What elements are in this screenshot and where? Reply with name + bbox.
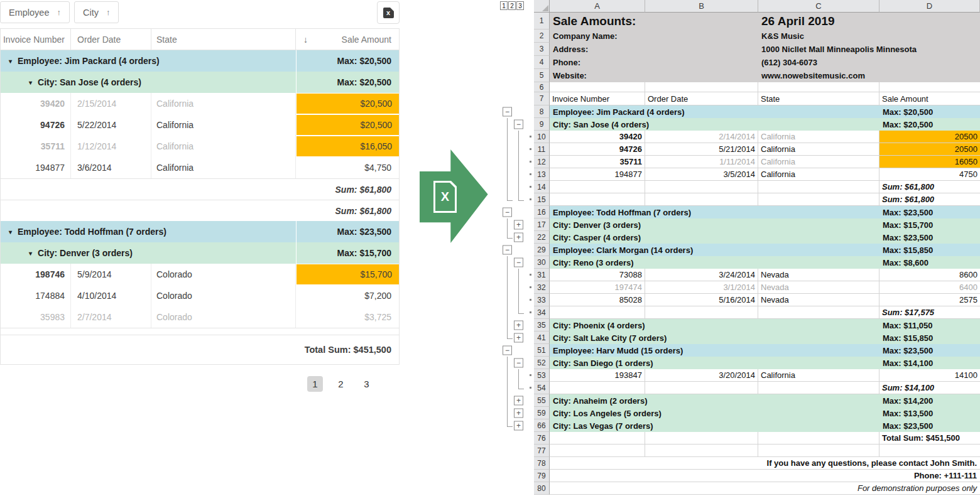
sheet-group-band[interactable]: City: Anaheim (2 orders)Max: $14,200 [550,394,980,407]
sheet-cell-D[interactable]: 14100 [879,369,980,382]
sheet-cell-B[interactable] [645,306,758,319]
outline-collapse-button[interactable]: − [503,107,512,117]
sheet-group-band[interactable]: Employee: Jim Packard (4 orders)Max: $20… [550,105,980,118]
outline-expand-button[interactable]: + [514,409,523,418]
row-header-32[interactable]: 32 [534,281,550,294]
row-header-31[interactable]: 31 [534,269,550,281]
caret-down-icon[interactable]: ▾ [9,229,12,235]
row-header-16[interactable]: 16 [534,206,550,218]
row-header-59[interactable]: 59 [534,407,550,419]
sheet-cell-C[interactable]: Nevada [758,294,879,306]
row-header-17[interactable]: 17 [534,218,550,231]
table-row[interactable]: 357111/12/2014California$16,050 [1,136,399,157]
sheet-cell-C[interactable]: Nevada [758,269,879,281]
row-header-22[interactable]: 22 [534,231,550,244]
sheet-cell-D[interactable]: 4750 [879,168,980,181]
sheet-cell-B[interactable]: 3/1/2014 [645,281,758,294]
sheet-cell-D[interactable]: 16050 [879,156,980,168]
sheet-cell-B[interactable] [645,82,758,92]
sheet-cell-C[interactable] [758,445,879,457]
sheet-group-band[interactable]: Employee: Harv Mudd (15 orders)Max: $23,… [550,344,980,357]
sheet-cell-C[interactable]: California [758,369,879,382]
sheet-cell-A[interactable]: 193847 [550,369,645,382]
sheet-cell-B[interactable]: 3/20/2014 [645,369,758,382]
sheet-cell-A[interactable]: 39420 [550,131,645,143]
row-header-12[interactable]: 12 [534,156,550,168]
row-header-6[interactable]: 6 [534,82,550,92]
caret-down-icon[interactable]: ▾ [29,250,32,257]
sheet-cell-D[interactable] [879,445,980,457]
row-header-11[interactable]: 11 [534,143,550,156]
column-header-2[interactable]: Order Date [71,29,151,50]
row-header-30[interactable]: 30 [534,256,550,269]
row-header-52[interactable]: 52 [534,357,550,369]
table-row[interactable]: 1948773/6/2014California$4,750 [1,157,399,178]
sheet-cell-C[interactable] [758,181,879,193]
column-header-4[interactable]: ↓Sale Amount [296,29,399,50]
row-header-53[interactable]: 53 [534,369,550,382]
outline-expand-button[interactable]: + [514,333,523,343]
sheet-cell-A[interactable]: 94726 [550,143,645,156]
sheet-cell-A[interactable] [550,432,645,445]
sheet-cell-A[interactable]: 85028 [550,294,645,306]
row-header-41[interactable]: 41 [534,332,550,344]
caret-down-icon[interactable]: ▾ [29,79,32,86]
sheet-cell-C[interactable] [758,193,879,206]
row-header-79[interactable]: 79 [534,470,550,482]
sheet-cell-B[interactable] [645,445,758,457]
outline-collapse-button[interactable]: − [514,258,523,267]
row-header-35[interactable]: 35 [534,319,550,332]
outline-expand-button[interactable]: + [514,421,523,431]
sheet-cell-B[interactable] [645,181,758,193]
group-chip-employee[interactable]: Employee↑ [0,1,70,23]
sheet-cell-B[interactable]: 2/14/2014 [645,131,758,143]
export-to-excel-button[interactable]: x [377,1,400,24]
row-header-7[interactable]: 7 [534,92,550,105]
row-header-9[interactable]: 9 [534,118,550,131]
sheet-cell-C[interactable]: Nevada [758,281,879,294]
sheet-group-band[interactable]: City: Phoenix (4 orders)Max: $11,050 [550,319,980,332]
table-row[interactable]: 1987465/9/2014Colorado$15,700 [1,264,399,285]
row-header-66[interactable]: 66 [534,419,550,432]
outline-collapse-button[interactable]: − [503,245,512,255]
group-row[interactable]: ▾Employee: Jim Packard (4 orders)Max: $2… [1,50,399,72]
sheet-group-band[interactable]: Employee: Clark Morgan (14 orders)Max: $… [550,244,980,256]
sheet-cell-A[interactable]: 35711 [550,156,645,168]
outline-expand-button[interactable]: + [514,233,523,242]
row-header-14[interactable]: 14 [534,181,550,193]
sheet-cell-B[interactable]: 1/11/2014 [645,156,758,168]
sheet-cell-B[interactable] [645,193,758,206]
sheet-cell-D[interactable]: Total Sum: $451,500 [879,432,980,445]
row-header-34[interactable]: 34 [534,306,550,319]
column-letter-D[interactable]: D [879,0,980,13]
info-band[interactable]: Phone:(612) 304-6073 [550,56,980,69]
column-letter-A[interactable]: A [550,0,645,13]
sheet-cell-A[interactable]: 73088 [550,269,645,281]
outline-level-button-1[interactable]: 1 [500,1,508,10]
row-header-76[interactable]: 76 [534,432,550,445]
pager-page-3[interactable]: 3 [359,376,374,392]
caret-down-icon[interactable]: ▾ [9,58,12,65]
sheet-cell-D[interactable]: Sum: $17,575 [879,306,980,319]
info-band[interactable]: Website:www.nowebsitemusic.com [550,69,980,82]
sheet-header-cell-C[interactable]: State [758,92,879,105]
outline-collapse-button[interactable]: − [503,208,512,217]
table-row[interactable]: 947265/22/2014California$20,500 [1,114,399,136]
sheet-cell-D[interactable]: Sum: $61,800 [879,181,980,193]
sheet-cell-B[interactable]: 5/21/2014 [645,143,758,156]
info-band[interactable]: Sale Amounts:26 April 2019 [550,13,980,30]
sheet-cell-D[interactable]: 20500 [879,131,980,143]
column-letter-B[interactable]: B [645,0,758,13]
sheet-cell-A[interactable] [550,181,645,193]
row-header-15[interactable]: 15 [534,193,550,206]
row-header-8[interactable]: 8 [534,105,550,118]
sheet-cell-A[interactable]: 197474 [550,281,645,294]
sheet-cell-C[interactable]: California [758,143,879,156]
outline-collapse-button[interactable]: − [503,346,512,355]
row-header-55[interactable]: 55 [534,394,550,407]
sheet-cell-D[interactable]: Sum: $14,100 [879,382,980,394]
sheet-cell-C[interactable] [758,82,879,92]
row-header-5[interactable]: 5 [534,69,550,82]
sheet-cell-C[interactable] [758,432,879,445]
row-header-80[interactable]: 80 [534,482,550,495]
